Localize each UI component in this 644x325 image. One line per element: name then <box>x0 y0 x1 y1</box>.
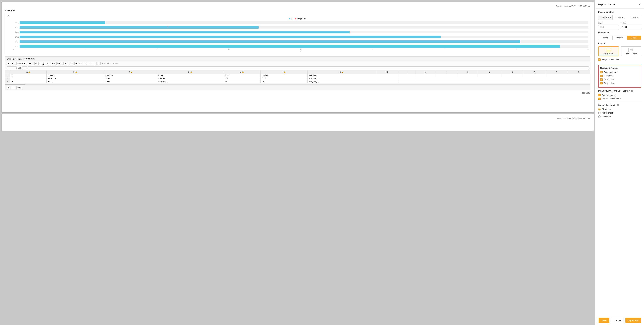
cell-a3[interactable]: 2 <box>10 80 46 83</box>
col-q[interactable]: Q <box>568 70 590 74</box>
col-p[interactable]: P <box>546 70 567 74</box>
scrollbar-thumb[interactable] <box>5 84 25 85</box>
custom-btn[interactable]: ▭ Custom <box>627 15 641 20</box>
cell-l1[interactable] <box>458 74 478 77</box>
col-e[interactable]: E 🔒 <box>224 70 260 74</box>
portrait-btn[interactable]: ▯ Portrait <box>612 15 627 20</box>
add-sheet-btn[interactable]: + <box>7 86 10 89</box>
cell-k1[interactable] <box>436 74 457 77</box>
cell-a2[interactable]: 1 <box>10 77 46 80</box>
align-center-btn[interactable]: ☰ <box>74 62 78 65</box>
first-sheet-radio[interactable] <box>598 116 600 118</box>
align-right-btn[interactable]: ≡ <box>87 62 90 65</box>
current-time-checkbox[interactable]: ✓ <box>600 82 602 84</box>
current-date-checkbox[interactable]: ✓ <box>600 78 602 81</box>
cell-e2[interactable]: CA <box>224 77 260 80</box>
height-input[interactable] <box>621 25 642 29</box>
close-button[interactable]: × <box>638 2 641 6</box>
medium-margin-btn[interactable]: Medium <box>612 36 627 40</box>
cell-f2[interactable]: USA <box>260 77 308 80</box>
cell-m1[interactable] <box>478 74 501 77</box>
cell-i1[interactable] <box>398 74 416 77</box>
col-h[interactable]: H <box>376 70 398 74</box>
cell-g3[interactable]: $c9_user_... <box>308 80 376 83</box>
col-o[interactable]: O <box>523 70 546 74</box>
fit-page-btn[interactable]: Fit to one page <box>621 46 642 56</box>
fx-btn[interactable]: f(x) <box>22 66 27 70</box>
col-g[interactable]: G 🔒 <box>308 70 376 74</box>
text-color-btn[interactable]: A ▾ <box>51 62 56 65</box>
cell-d1[interactable]: street <box>157 74 224 77</box>
underline-btn[interactable]: U <box>42 62 45 65</box>
report-title-checkbox[interactable]: ✓ <box>600 75 602 77</box>
cell-e1[interactable]: state <box>224 74 260 77</box>
number-format-btn[interactable]: ▾ <box>98 62 100 65</box>
large-margin-btn[interactable]: Large <box>627 36 641 40</box>
data-grid-help-icon[interactable]: ? <box>631 90 633 92</box>
cell-h2[interactable] <box>376 77 398 80</box>
export-pdf-button[interactable]: Export PDF <box>625 318 641 323</box>
cancel-button[interactable]: Cancel <box>611 318 624 323</box>
cell-i3[interactable] <box>398 80 416 83</box>
bold-btn[interactable]: B <box>34 62 38 65</box>
page-numbers-checkbox[interactable]: ✓ <box>600 71 602 73</box>
cell-f1[interactable]: country <box>260 74 308 77</box>
add-to-appendix-checkbox[interactable]: ✓ <box>598 94 600 96</box>
redo-btn[interactable]: ↪ <box>11 62 14 65</box>
cell-c3[interactable]: USD <box>104 80 157 83</box>
col-n[interactable]: N <box>501 70 523 74</box>
cell-e3[interactable]: MN <box>224 80 260 83</box>
strikethrough-btn[interactable]: S <box>46 62 49 65</box>
landscape-btn[interactable]: ▭ Landscape <box>598 15 612 20</box>
scrollbar-track[interactable] <box>5 84 590 85</box>
font-select[interactable]: Roboto ▾ <box>16 62 26 65</box>
fill-color-btn[interactable]: ◈ ▾ <box>56 62 61 65</box>
fit-width-btn[interactable]: Fit to width <box>598 46 619 56</box>
col-j[interactable]: J <box>416 70 436 74</box>
single-column-checkbox[interactable]: ✓ <box>598 58 600 61</box>
cell-d2[interactable]: 1 Hacker... <box>157 77 224 80</box>
spreadsheet-mode-help-icon[interactable]: ? <box>617 104 619 106</box>
cell-h1[interactable] <box>376 74 398 77</box>
cell-g1[interactable]: timezone <box>308 74 376 77</box>
col-k[interactable]: K <box>436 70 457 74</box>
cell-i2[interactable] <box>398 77 416 80</box>
formula-input[interactable] <box>28 66 589 70</box>
align-left-btn[interactable]: ≡ <box>71 62 74 65</box>
cell-a1[interactable]: id <box>10 74 46 77</box>
width-input[interactable] <box>598 25 619 29</box>
font-size[interactable]: 15 ▾ <box>27 62 32 65</box>
cell-n1[interactable] <box>501 74 523 77</box>
borders-btn[interactable]: ⊞ ▾ <box>64 62 68 65</box>
cell-g2[interactable]: $c9_user_... <box>308 77 376 80</box>
undo-btn[interactable]: ↩ <box>6 62 10 65</box>
all-sheets-radio[interactable] <box>598 108 600 110</box>
cell-b2[interactable]: Facebook <box>46 77 104 80</box>
italic-btn[interactable]: I <box>38 62 41 65</box>
cell-d3[interactable]: 1000 Nico... <box>157 80 224 83</box>
merge-btn[interactable]: ⊡ <box>83 62 86 65</box>
col-d[interactable]: D 🔒 <box>157 70 224 74</box>
indent-btn[interactable]: →| <box>91 62 95 65</box>
small-margin-btn[interactable]: Small <box>598 36 612 40</box>
cell-c1[interactable]: currency <box>104 74 157 77</box>
cell-q1[interactable] <box>568 74 590 77</box>
col-i[interactable]: I <box>398 70 416 74</box>
save-button[interactable]: Save <box>598 318 610 323</box>
col-f[interactable]: F 🔒 <box>260 70 308 74</box>
sheet-tab[interactable]: Data <box>16 86 22 89</box>
col-l[interactable]: L <box>458 70 478 74</box>
cell-h3[interactable] <box>376 80 398 83</box>
sheet-options-btn[interactable]: ⋮ <box>11 86 15 89</box>
col-b[interactable]: B 🔒 <box>46 70 104 74</box>
cell-f3[interactable]: USA <box>260 80 308 83</box>
cell-b1[interactable]: customer <box>46 74 104 77</box>
display-dashboard-checkbox[interactable]: ✓ <box>598 98 600 100</box>
wrap-btn[interactable]: ⇌ <box>79 62 82 65</box>
cell-ref-input[interactable] <box>6 66 16 70</box>
cell-p1[interactable] <box>546 74 567 77</box>
filter-close[interactable]: × <box>33 58 34 60</box>
cell-b3[interactable]: Target <box>46 80 104 83</box>
col-c[interactable]: C 🔒 <box>104 70 157 74</box>
cell-j1[interactable] <box>416 74 436 77</box>
